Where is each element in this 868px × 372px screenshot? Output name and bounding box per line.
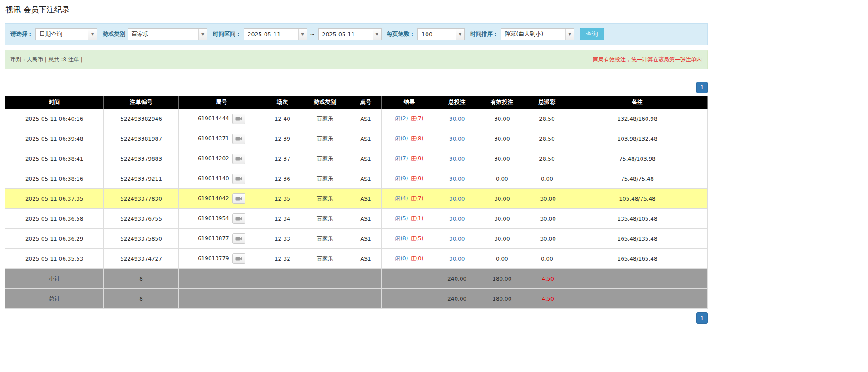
- search-button[interactable]: 查询: [580, 28, 604, 40]
- bet-id-cell: 522493379883: [104, 149, 178, 169]
- session-cell: 12-39: [265, 129, 300, 149]
- column-header: 总派彩: [527, 96, 567, 109]
- camera-button[interactable]: [232, 253, 245, 264]
- chevron-down-icon[interactable]: ▼: [298, 29, 307, 40]
- session-cell: 12-37: [265, 149, 300, 169]
- camera-button[interactable]: [232, 134, 245, 144]
- chevron-down-icon[interactable]: ▼: [373, 29, 381, 40]
- round-id-cell: 619014140: [178, 169, 265, 189]
- table-row: 2025-05-11 06:35:53 522493374727 6190137…: [5, 249, 708, 269]
- round-id-value: 619013954: [198, 215, 229, 222]
- valid-bet-cell: 30.00: [477, 109, 527, 129]
- video-camera-icon: [235, 216, 242, 221]
- game-type-cell: 百家乐: [300, 209, 350, 229]
- round-id-cell: 619013954: [178, 209, 265, 229]
- summary-info-bar: 币别：人民币 | 总共 :8 注单 | 同局有效投注，统一计算在该局第一张注单内: [5, 50, 708, 69]
- page-container: 视讯 会员下注纪录 请选择： 日期查询 ▼ 游戏类别 百家乐 ▼ 时间区间： 2…: [5, 0, 708, 324]
- valid-bet-cell: 30.00: [477, 149, 527, 169]
- payout-cell: -30.00: [527, 189, 567, 209]
- bet-id-cell: 522493376755: [104, 209, 178, 229]
- time-cell: 2025-05-11 06:38:16: [5, 169, 104, 189]
- date-from-input[interactable]: 2025-05-11 ▼: [244, 28, 307, 40]
- round-id-cell: 619014444: [178, 109, 265, 129]
- table-no-cell: AS1: [350, 149, 382, 169]
- time-range-label: 时间区间：: [213, 30, 241, 38]
- game-type-select[interactable]: 百家乐 ▼: [128, 28, 207, 40]
- column-header: 游戏类别: [300, 96, 350, 109]
- payout-cell: 28.50: [527, 109, 567, 129]
- payout-cell: -30.00: [527, 209, 567, 229]
- column-header: 桌号: [350, 96, 382, 109]
- camera-button[interactable]: [232, 193, 245, 204]
- query-type-select[interactable]: 日期查询 ▼: [35, 28, 97, 40]
- table-no-cell: AS1: [350, 189, 382, 209]
- page-size-label: 每页笔数：: [387, 30, 416, 38]
- camera-button[interactable]: [232, 174, 245, 184]
- result-player: 闲(2): [395, 115, 408, 122]
- date-from-value: 2025-05-11: [244, 29, 298, 40]
- result-cell: 闲(0)庄(0): [382, 249, 437, 269]
- round-id-value: 619014202: [198, 155, 229, 162]
- result-cell: 闲(9)庄(9): [382, 169, 437, 189]
- table-row: 2025-05-11 06:36:58 522493376755 6190139…: [5, 209, 708, 229]
- total-label: 总计: [5, 289, 104, 309]
- total-payout: -4.50: [527, 289, 567, 309]
- result-cell: 闲(0)庄(8): [382, 129, 437, 149]
- total-bet-link[interactable]: 30.00: [449, 236, 465, 242]
- column-header: 时间: [5, 96, 104, 109]
- result-banker: 庄(8): [410, 135, 423, 142]
- remark-cell: 135.48/105.48: [567, 209, 708, 229]
- time-cell: 2025-05-11 06:35:53: [5, 249, 104, 269]
- round-id-cell: 619013779: [178, 249, 265, 269]
- time-cell: 2025-05-11 06:36:29: [5, 229, 104, 249]
- sort-order-select[interactable]: 降冪(由大到小) ▼: [501, 28, 574, 40]
- result-player: 闲(5): [395, 215, 408, 222]
- payout-cell: 28.50: [527, 129, 567, 149]
- chevron-down-icon[interactable]: ▼: [565, 29, 574, 40]
- result-cell: 闲(7)庄(9): [382, 149, 437, 169]
- chevron-down-icon[interactable]: ▼: [456, 29, 464, 40]
- camera-button[interactable]: [232, 114, 245, 124]
- total-bet-cell: 30.00: [437, 249, 477, 269]
- page-button-1[interactable]: 1: [696, 82, 708, 93]
- camera-button[interactable]: [232, 233, 245, 244]
- chevron-down-icon[interactable]: ▼: [198, 29, 207, 40]
- bet-id-cell: 522493377830: [104, 189, 178, 209]
- page-size-select[interactable]: 100 ▼: [417, 28, 465, 40]
- note-text: 同局有效投注，统一计算在该局第一张注单内: [593, 56, 702, 64]
- round-id-value: 619014444: [198, 115, 229, 122]
- bet-id-cell: 522493375850: [104, 229, 178, 249]
- camera-button[interactable]: [232, 154, 245, 164]
- table-row: 2025-05-11 06:40:16 522493382946 6190144…: [5, 109, 708, 129]
- game-type-cell: 百家乐: [300, 129, 350, 149]
- total-bet-link[interactable]: 30.00: [449, 216, 465, 222]
- video-camera-icon: [235, 236, 242, 241]
- time-cell: 2025-05-11 06:36:58: [5, 209, 104, 229]
- session-cell: 12-40: [265, 109, 300, 129]
- subtotal-valid-bet: 180.00: [477, 269, 527, 289]
- total-count: 8: [104, 289, 178, 309]
- table-no-cell: AS1: [350, 229, 382, 249]
- bet-records-table: 时间注单编号局号场次游戏类别桌号结果总投注有效投注总派彩备注 2025-05-1…: [5, 96, 708, 309]
- session-cell: 12-36: [265, 169, 300, 189]
- result-cell: 闲(8)庄(5): [382, 229, 437, 249]
- total-bet-link[interactable]: 30.00: [449, 196, 465, 202]
- total-bet-link[interactable]: 30.00: [449, 256, 465, 262]
- result-banker: 庄(0): [410, 255, 423, 262]
- total-bet-cell: 30.00: [437, 109, 477, 129]
- video-camera-icon: [235, 196, 242, 201]
- total-bet-link[interactable]: 30.00: [449, 156, 465, 162]
- page-button-1[interactable]: 1: [696, 312, 708, 324]
- total-bet-link[interactable]: 30.00: [449, 116, 465, 122]
- session-cell: 12-34: [265, 209, 300, 229]
- result-player: 闲(9): [395, 175, 408, 182]
- camera-button[interactable]: [232, 213, 245, 224]
- total-bet-cell: 30.00: [437, 189, 477, 209]
- subtotal-payout: -4.50: [527, 269, 567, 289]
- chevron-down-icon[interactable]: ▼: [88, 29, 97, 40]
- column-header: 总投注: [437, 96, 477, 109]
- date-to-input[interactable]: 2025-05-11 ▼: [318, 28, 382, 40]
- time-cell: 2025-05-11 06:39:48: [5, 129, 104, 149]
- total-bet-link[interactable]: 30.00: [449, 136, 465, 142]
- total-bet-link[interactable]: 30.00: [449, 176, 465, 182]
